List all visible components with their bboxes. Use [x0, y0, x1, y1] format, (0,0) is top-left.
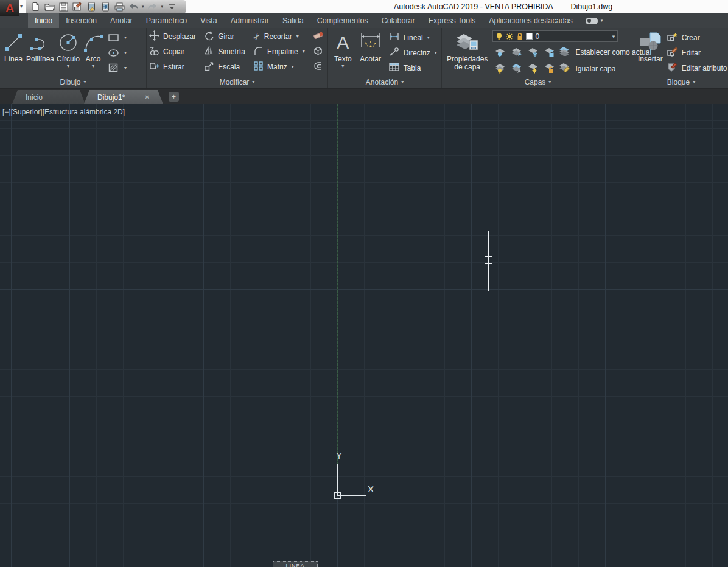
lineal-dropdown-icon[interactable]: ▾	[427, 35, 430, 40]
panel-bloque-title[interactable]: Bloque▾	[634, 77, 728, 87]
tab-insercion[interactable]: Inserción	[59, 13, 103, 28]
undo-icon[interactable]	[127, 1, 139, 12]
rectangle-dropdown-icon[interactable]: ▾	[124, 35, 127, 40]
linea-button[interactable]: Línea	[2, 29, 25, 77]
tab-express-tools[interactable]: Express Tools	[422, 13, 483, 28]
circulo-dropdown-icon[interactable]: ▾	[67, 63, 69, 69]
layer-off-icon[interactable]	[492, 47, 509, 57]
directriz-button[interactable]: Directriz ▾	[388, 45, 437, 60]
tab-administrar[interactable]: Administrar	[224, 13, 276, 28]
ellipse-tool-button[interactable]: ▾	[108, 45, 127, 60]
tab-inicio[interactable]: Inicio	[28, 13, 59, 28]
close-tab-icon[interactable]: ✕	[145, 94, 150, 100]
open-file-icon[interactable]	[43, 1, 55, 12]
ribbon-display-toggle[interactable]: ▾	[579, 13, 610, 28]
save-as-icon[interactable]	[71, 1, 83, 12]
layer-unisolate-icon[interactable]	[509, 64, 525, 74]
desfase-button[interactable]	[313, 61, 325, 73]
tab-aplicaciones-destacadas[interactable]: Aplicaciones destacadas	[482, 13, 579, 28]
drawing-canvas[interactable]: [−][Superior][Estructura alámbrica 2D] Y…	[0, 104, 728, 567]
layer-on-bulb-icon[interactable]	[495, 32, 503, 41]
panel-capas-expand-icon[interactable]: ▾	[548, 79, 551, 85]
descomponer-button[interactable]	[313, 46, 325, 58]
layer-freeze-icon[interactable]	[525, 47, 542, 57]
borrar-button[interactable]	[313, 30, 325, 43]
panel-bloque-expand-icon[interactable]: ▾	[693, 79, 695, 85]
tab-salida[interactable]: Salida	[276, 13, 310, 28]
empalme-button[interactable]: Empalme ▾	[253, 46, 306, 58]
girar-button[interactable]: Girar	[204, 30, 246, 43]
save-to-mobile-icon[interactable]	[85, 1, 97, 12]
ribbon-toggle-dropdown-icon[interactable]: ▾	[601, 18, 603, 23]
arco-button[interactable]: Arco ▾	[81, 29, 105, 77]
layer-lock-icon[interactable]	[516, 32, 523, 41]
layer-thaw-tool-icon[interactable]	[525, 64, 542, 74]
layer-unlock-icon[interactable]	[542, 64, 558, 74]
polilinea-button[interactable]: Polilínea	[25, 29, 55, 77]
file-tab-inicio[interactable]: Inicio	[12, 90, 85, 104]
rectangle-tool-button[interactable]: ▾	[108, 30, 127, 45]
file-tab-dibujo1[interactable]: Dibujo1* ✕	[84, 90, 163, 104]
qat-customize-icon[interactable]	[166, 1, 178, 12]
layer-isolate-icon[interactable]	[509, 47, 525, 57]
panel-capas-title[interactable]: Capas▾	[442, 77, 634, 87]
empalme-dropdown-icon[interactable]: ▾	[303, 49, 305, 54]
desplazar-button[interactable]: Desplazar	[149, 30, 197, 43]
tabla-button[interactable]: Tabla	[388, 60, 437, 75]
lineal-button[interactable]: Lineal ▾	[388, 30, 437, 45]
save-icon[interactable]	[57, 1, 69, 12]
layer-color-swatch[interactable]	[526, 33, 533, 40]
editar-bloque-button[interactable]: Editar	[667, 45, 727, 60]
application-menu-dropdown-icon[interactable]: ▾	[20, 4, 23, 9]
matriz-button[interactable]: Matriz ▾	[253, 61, 306, 73]
recortar-button[interactable]: ✂ Recortar ▾	[253, 32, 306, 41]
open-from-mobile-icon[interactable]	[99, 1, 111, 12]
undo-dropdown-icon[interactable]: ▾	[142, 4, 144, 9]
tab-anotar[interactable]: Anotar	[103, 13, 139, 28]
insertar-button[interactable]: Insertar	[637, 29, 664, 77]
layer-on-tool-icon[interactable]	[492, 64, 509, 74]
command-input-partial[interactable]: LINEA	[273, 561, 318, 567]
layer-lock-tool-icon[interactable]	[542, 47, 558, 57]
redo-dropdown-icon[interactable]: ▾	[161, 4, 164, 9]
circulo-button[interactable]: Círculo ▾	[55, 29, 81, 77]
new-file-icon[interactable]	[29, 1, 41, 12]
layer-name-value[interactable]: 0	[535, 32, 609, 41]
texto-dropdown-icon[interactable]: ▾	[341, 63, 344, 69]
layer-combo-dropdown-icon[interactable]: ▾	[612, 33, 615, 40]
viewport-controls-label[interactable]: [−][Superior][Estructura alámbrica 2D]	[2, 108, 125, 116]
crear-bloque-button[interactable]: Crear	[667, 30, 727, 45]
copiar-button[interactable]: Copiar	[149, 46, 197, 58]
arc-icon	[82, 30, 104, 55]
tab-colaborar[interactable]: Colaborar	[375, 13, 422, 28]
arco-dropdown-icon[interactable]: ▾	[92, 63, 94, 69]
hatch-dropdown-icon[interactable]: ▾	[124, 65, 127, 71]
estirar-button[interactable]: Estirar	[149, 61, 197, 73]
plot-icon[interactable]	[113, 1, 125, 12]
panel-modificar-title[interactable]: Modificar▾	[147, 77, 327, 87]
new-drawing-tab-button[interactable]: +	[169, 92, 179, 102]
simetria-button[interactable]: Simetría	[204, 46, 246, 58]
matriz-dropdown-icon[interactable]: ▾	[292, 64, 294, 69]
panel-anotacion-title[interactable]: Anotación▾	[328, 77, 441, 87]
redo-icon[interactable]	[147, 1, 159, 12]
layer-combo[interactable]: 0 ▾	[492, 30, 618, 42]
panel-dibujo-expand-icon[interactable]: ▾	[84, 79, 86, 85]
escala-button[interactable]: Escala	[204, 61, 246, 73]
recortar-dropdown-icon[interactable]: ▾	[296, 33, 299, 39]
panel-dibujo-title[interactable]: Dibujo▾	[0, 77, 146, 87]
ellipse-dropdown-icon[interactable]: ▾	[124, 50, 127, 55]
panel-modificar-expand-icon[interactable]: ▾	[252, 79, 254, 85]
application-menu-button[interactable]: A	[0, 0, 19, 16]
editar-atributo-button[interactable]: Editar atributo	[667, 60, 727, 75]
propiedades-capa-button[interactable]: Propiedades de capa	[446, 29, 489, 77]
hatch-tool-button[interactable]: ▾	[108, 60, 127, 75]
layer-thaw-sun-icon[interactable]	[505, 32, 514, 41]
acotar-button[interactable]: Acotar	[357, 29, 385, 77]
panel-anotacion-expand-icon[interactable]: ▾	[401, 79, 404, 85]
directriz-dropdown-icon[interactable]: ▾	[435, 50, 437, 55]
tab-vista[interactable]: Vista	[194, 13, 224, 28]
tab-parametrico[interactable]: Paramétrico	[139, 13, 194, 28]
texto-button[interactable]: A Texto ▾	[333, 29, 353, 77]
tab-complementos[interactable]: Complementos	[310, 13, 375, 28]
